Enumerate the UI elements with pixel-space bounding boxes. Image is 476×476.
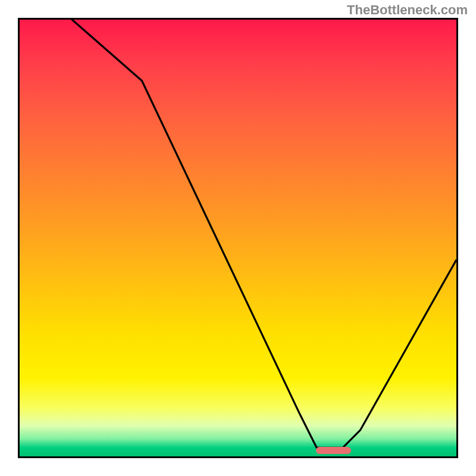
watermark-label: TheBottleneck.com xyxy=(347,2,468,18)
curve-svg xyxy=(20,20,456,456)
bottleneck-curve-path xyxy=(20,20,456,447)
optimum-marker xyxy=(316,447,351,454)
bottleneck-chart: TheBottleneck.com xyxy=(0,0,476,476)
plot-area xyxy=(18,18,458,458)
